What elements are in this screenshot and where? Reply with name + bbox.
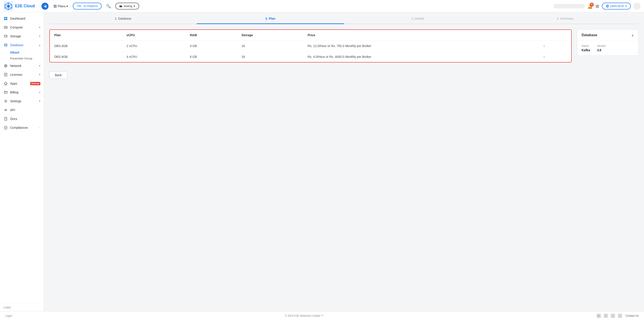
- step-details-label: 3. Details: [411, 17, 424, 20]
- sidebar-item-database[interactable]: Database ▴: [0, 41, 44, 50]
- svg-rect-15: [4, 19, 6, 20]
- footer-legal-link[interactable]: Legal: [5, 314, 12, 317]
- plan-dbs4gb-select-icon[interactable]: ›: [539, 41, 572, 52]
- sidebar-item-settings[interactable]: Settings ▾: [0, 97, 44, 106]
- sidebar-item-api-label: API: [10, 108, 40, 112]
- sidebar-item-parameter-group[interactable]: Parameter Group: [0, 55, 44, 61]
- plan-dbs4gb-storage: 16: [237, 41, 303, 52]
- svg-rect-18: [5, 27, 5, 28]
- compute-chevron-icon: ▾: [39, 26, 40, 29]
- sidebar-item-dashboard[interactable]: Dashboard: [0, 14, 44, 23]
- svg-rect-11: [55, 7, 56, 8]
- plan-dbs6gb-price: Rs. 4.0/Hour or Rs. 4000.0 Monthly per B…: [303, 52, 539, 62]
- linkedin-icon[interactable]: in: [596, 313, 601, 318]
- plan-row-dbs6gb[interactable]: DBS.6GB 4 vCPU 6 GB 18 Rs. 4.0/Hour or R…: [50, 52, 571, 62]
- back-button[interactable]: Back: [50, 71, 67, 79]
- step-details[interactable]: 3. Details: [344, 14, 492, 24]
- user-avatar-blurred: [634, 3, 640, 10]
- step-plan-label: 2. Plan: [266, 17, 275, 20]
- compliances-icon: [4, 125, 8, 130]
- sidebar-item-billing[interactable]: Billing ▾: [0, 88, 44, 97]
- logo: E2E Cloud: [4, 1, 39, 11]
- logo-icon: [4, 1, 13, 11]
- step-summary[interactable]: 4. Summary: [492, 14, 639, 24]
- sidebar-item-dbaas[interactable]: DBaaS: [0, 50, 44, 55]
- svg-rect-30: [4, 91, 7, 93]
- testing-button[interactable]: testing ▾: [115, 3, 139, 10]
- settings-icon: [4, 99, 8, 103]
- storage-chevron-icon: ▾: [39, 35, 40, 38]
- facebook-icon[interactable]: f: [604, 313, 608, 318]
- plan-dbs6gb-name: DBS.6GB: [50, 52, 122, 62]
- version-value: 3.6: [597, 48, 606, 52]
- sidebar: Dashboard Compute ▾ Storage ▾ Database ▴…: [0, 12, 44, 311]
- docs-icon: [4, 117, 8, 121]
- svg-point-21: [4, 35, 7, 36]
- step-database[interactable]: 1. Database: [50, 14, 197, 24]
- side-panel-collapse-icon[interactable]: ▲: [631, 33, 634, 37]
- sidebar-legal[interactable]: Legal: [0, 303, 44, 311]
- plan-dbs6gb-ram: 6 GB: [186, 52, 237, 62]
- sidebar-item-dashboard-label: Dashboard: [10, 17, 40, 20]
- back-nav-button[interactable]: ◀: [42, 3, 48, 10]
- rss-icon[interactable]: r: [618, 313, 622, 318]
- sidebar-item-database-label: Database: [10, 43, 37, 47]
- col-vcpu: vCPU: [122, 30, 186, 41]
- sidebar-item-storage-label: Storage: [10, 35, 37, 38]
- sidebar-item-compute-label: Compute: [10, 26, 37, 29]
- svg-point-33: [5, 100, 6, 102]
- sidebar-item-compliances[interactable]: Compliances ···: [0, 123, 44, 132]
- sidebar-item-docs[interactable]: Docs: [0, 114, 44, 123]
- network-icon: [4, 64, 8, 68]
- main-content: DBaaS » create-database 1. Database 2. P…: [44, 0, 644, 320]
- side-panel: Database ▲ Name Kafka Version 3.6: [577, 29, 639, 56]
- plan-table-body: DBS.4GB 2 vCPU 4 GB 16 Rs. 12.0/Hour or …: [50, 41, 571, 62]
- sidebar-item-dbaas-label: DBaaS: [10, 51, 20, 54]
- sidebar-item-parameter-group-label: Parameter Group: [10, 57, 32, 60]
- sidebar-item-network[interactable]: Network ▾: [0, 61, 44, 70]
- sidebar-item-storage[interactable]: Storage ▾: [0, 32, 44, 41]
- apps-grid-button[interactable]: ⊞: [596, 4, 599, 9]
- sidebar-item-settings-label: Settings: [10, 99, 37, 103]
- region-button[interactable]: Delhi-NCR ▾: [602, 3, 631, 10]
- plan-dbs6gb-vcpu: 4 vCPU: [122, 52, 186, 62]
- name-label: Name: [582, 44, 590, 48]
- compute-icon: [4, 25, 8, 30]
- sidebar-item-apps[interactable]: Apps Internal: [0, 79, 44, 88]
- col-price: Price: [303, 30, 539, 41]
- billing-icon: [4, 90, 8, 94]
- search-button[interactable]: 🔍: [104, 3, 113, 10]
- side-panel-header: Database ▲: [577, 30, 638, 41]
- side-panel-body: Name Kafka Version 3.6: [577, 41, 638, 55]
- plan-dbs6gb-select-icon[interactable]: ›: [539, 52, 572, 62]
- footer-social-links: in f t r: [596, 313, 622, 318]
- name-value: Kafka: [582, 48, 590, 52]
- database-icon: [4, 43, 8, 47]
- network-chevron-icon: ▾: [39, 64, 40, 67]
- sidebar-item-licenses[interactable]: Licenses ▾: [0, 70, 44, 79]
- footer-contact-link[interactable]: Contact Us: [626, 314, 639, 317]
- logo-text: E2E Cloud: [15, 4, 35, 9]
- svg-rect-14: [6, 17, 7, 18]
- folder-icon: [119, 5, 122, 8]
- plans-button[interactable]: Plans ▾: [51, 3, 70, 9]
- footer-copyright: © 2024 E2E Networks Limited ™: [285, 314, 324, 317]
- svg-rect-19: [6, 27, 6, 28]
- dashboard-icon: [4, 16, 8, 21]
- sidebar-item-licenses-label: Licenses: [10, 73, 37, 76]
- plan-dbs6gb-storage: 18: [237, 52, 303, 62]
- svg-rect-10: [54, 7, 55, 8]
- step-plan[interactable]: 2. Plan: [197, 14, 344, 24]
- plan-row-dbs4gb[interactable]: DBS.4GB 2 vCPU 4 GB 16 Rs. 12.0/Hour or …: [50, 41, 571, 52]
- user-email-blurred: [554, 4, 585, 9]
- sidebar-item-api[interactable]: API: [0, 106, 44, 114]
- api-icon: [4, 108, 8, 112]
- twitter-icon[interactable]: t: [611, 313, 615, 318]
- tir-platform-button[interactable]: TIR · AI Platform: [73, 3, 102, 10]
- apps-internal-badge: Internal: [30, 82, 40, 85]
- col-ram: RAM: [186, 30, 237, 41]
- sidebar-item-docs-label: Docs: [10, 117, 40, 121]
- notification-button[interactable]: 🔔 35: [587, 4, 593, 9]
- col-storage: Storage: [237, 30, 303, 41]
- sidebar-item-compute[interactable]: Compute ▾: [0, 23, 44, 32]
